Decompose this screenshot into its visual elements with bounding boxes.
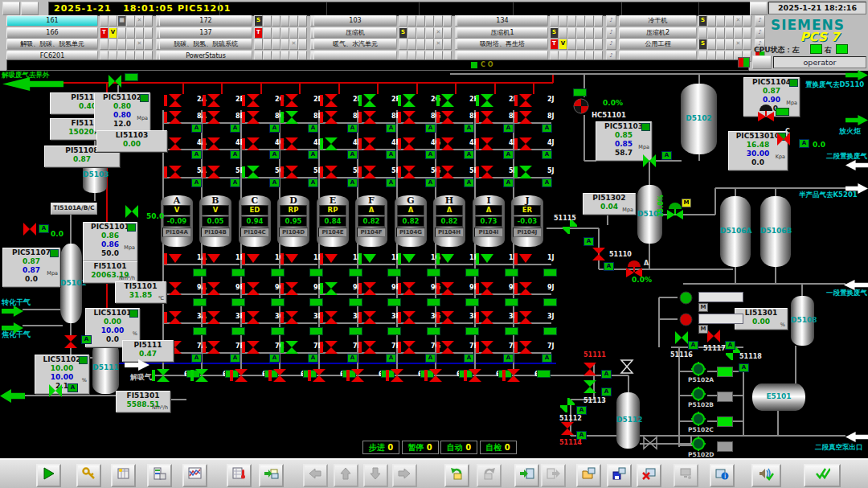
valve-9I[interactable] [480,281,494,296]
status-cell[interactable] [425,27,434,39]
faceplate-PIC51107[interactable]: PIC511070.870.870.0Mpa [2,248,60,287]
status-cell[interactable] [117,27,126,39]
unit-button-压缩机2[interactable]: 压缩机2 [619,27,697,39]
status-cell[interactable] [280,15,289,27]
valve-8D[interactable] [285,110,299,125]
valve-4F[interactable] [362,137,377,151]
valve-3B[interactable] [207,310,221,325]
valve-d5101-outlet[interactable] [63,334,78,349]
valve-8J[interactable] [518,110,533,125]
status-cell[interactable] [272,15,280,27]
unit-button-暖气、水汽单元[interactable]: 暖气、水汽单元 [313,39,397,50]
status-cell[interactable]: ✕ [734,39,743,50]
relief-valve[interactable] [620,359,634,374]
status-cell[interactable] [725,27,734,39]
status-cell[interactable] [425,39,434,50]
valve-7H[interactable] [440,340,455,355]
status-cell[interactable] [698,27,707,39]
status-cell[interactable] [126,39,135,50]
status-cell[interactable]: S [698,15,707,27]
pump-P5102D[interactable] [691,437,706,451]
status-cell[interactable] [734,27,743,39]
valve-1J[interactable] [518,252,533,266]
adsorber-vessel-C[interactable]: CED0.94PI104C [239,195,271,247]
status-cell[interactable]: ✕ [434,27,443,39]
valve-51113[interactable] [583,379,597,394]
status-cell[interactable]: ✕ [135,15,144,27]
adsorber-vessel-G[interactable]: GA0.82PI104G [395,195,427,247]
status-cell[interactable] [135,27,144,39]
pic51104-control-valve[interactable] [756,105,776,122]
status-cell[interactable] [594,27,603,39]
valve-1A[interactable] [168,252,182,266]
status-cell[interactable] [280,27,289,39]
adsorber-vessel-F[interactable]: FA0.82PI104F [355,195,387,247]
valve-7I[interactable] [480,340,494,355]
valve-8B[interactable] [207,110,221,125]
faceplate-FI51301[interactable]: FI513015588.51Nm³/h [116,391,170,412]
ack-check-icon[interactable] [750,2,768,15]
status-cell[interactable] [126,27,135,39]
valve-6C[interactable] [234,368,248,383]
valve-4B[interactable] [207,137,221,151]
adsorber-vessel-B[interactable]: BV0.05PI104B [199,195,231,247]
valve-51111[interactable] [583,362,597,376]
status-cell[interactable] [117,39,126,50]
valve-4G[interactable] [402,137,416,151]
status-cell[interactable] [576,15,585,27]
valve-7J[interactable] [518,340,533,355]
alarm-log-button[interactable] [111,464,136,487]
valve-8E[interactable] [324,110,338,125]
status-cell[interactable] [254,39,263,50]
valve-5I[interactable] [480,165,494,179]
valve-5D[interactable] [285,165,299,179]
unit-button-103[interactable]: 103 [313,15,397,27]
status-cell[interactable]: T [550,39,559,50]
valve-9F[interactable] [362,281,377,296]
valve-pic51101[interactable] [125,204,139,219]
valve-2B[interactable] [207,93,221,108]
status-cell[interactable] [567,39,576,50]
unit-button-脱碳、脱氢、脱硫系统[interactable]: 脱碳、脱氢、脱硫系统 [159,39,252,50]
status-cell[interactable] [594,15,603,27]
status-cell[interactable] [298,15,307,27]
measurement-archive-button[interactable] [227,464,252,487]
valve-51117[interactable] [706,329,721,343]
status-cell[interactable] [126,15,135,27]
valve-d5102-outlet[interactable] [642,154,657,168]
status-cell[interactable] [707,15,716,27]
faceplate-PIC51102[interactable]: PIC511020.800.8012.0Mpa [94,92,150,132]
valve-5A[interactable] [168,165,182,179]
status-cell[interactable] [416,15,425,27]
valve-3D[interactable] [285,310,299,325]
alarm-horn-icon[interactable] [21,2,39,15]
valve-lic51102[interactable] [48,383,63,398]
valve-6A[interactable] [156,368,170,383]
valve-9B[interactable] [207,281,221,296]
bell-icon[interactable]: ♪ [606,15,616,27]
stop-pushbutton[interactable] [679,313,693,326]
key-button[interactable] [76,464,101,487]
valve-8A[interactable] [168,110,182,125]
status-cell[interactable]: S [698,39,707,50]
valve-pic51102[interactable] [23,222,37,236]
valve-3H[interactable] [440,310,455,325]
status-cell[interactable] [298,27,307,39]
status-cell[interactable] [567,15,576,27]
valve-2H[interactable] [440,93,455,108]
status-cell[interactable] [425,15,434,27]
open-picture-button[interactable] [576,464,601,487]
valve-5G[interactable] [402,165,416,179]
status-cell[interactable] [416,39,425,50]
status-cell[interactable] [567,27,576,39]
valve-7C[interactable] [246,340,260,355]
status-cell[interactable] [559,15,567,27]
unit-button-172[interactable]: 172 [159,15,252,27]
status-cell[interactable] [108,39,117,50]
status-cell[interactable] [407,39,416,50]
pump-P5102A[interactable] [691,362,706,376]
faceplate-TI51101[interactable]: TI5110131.85℃ [115,281,166,303]
valve-6G[interactable] [390,368,404,383]
status-cell[interactable] [272,39,280,50]
status-cell[interactable]: ✕ [434,39,443,50]
